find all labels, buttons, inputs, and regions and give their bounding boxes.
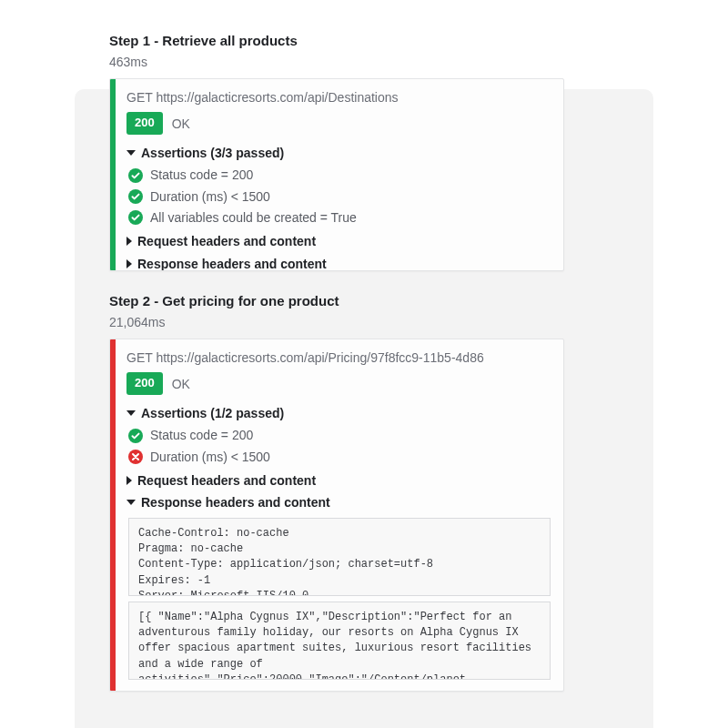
response-section-toggle[interactable]: Response headers and content xyxy=(126,493,551,511)
status-text: OK xyxy=(172,375,190,393)
chevron-down-icon xyxy=(126,500,136,505)
step2-title: Step 2 - Get pricing for one product xyxy=(109,291,339,311)
assertion-item: Duration (ms) < 1500 xyxy=(128,187,551,206)
status-text: OK xyxy=(172,115,190,133)
request-section-toggle[interactable]: Request headers and content xyxy=(126,471,551,490)
check-circle-icon xyxy=(128,429,143,443)
status-stripe-pass xyxy=(110,79,116,270)
request-section-toggle[interactable]: Request headers and content xyxy=(126,232,551,250)
check-circle-icon xyxy=(128,168,143,183)
x-circle-icon xyxy=(128,450,143,464)
step1-duration: 463ms xyxy=(109,53,147,71)
assertion-item: Status code = 200 xyxy=(128,426,551,444)
response-section-label: Response headers and content xyxy=(137,255,327,271)
chevron-right-icon xyxy=(126,237,132,246)
assertions-header: Assertions (1/2 passed) xyxy=(141,404,284,422)
step2-card: GET https://galacticresorts.com/api/Pric… xyxy=(109,339,564,692)
check-circle-icon xyxy=(128,189,143,204)
step2-duration: 21,064ms xyxy=(109,313,165,331)
assertions-list: Status code = 200Duration (ms) < 1500 xyxy=(128,426,551,466)
response-body-box[interactable]: [{ "Name":"Alpha Cygnus IX","Description… xyxy=(128,602,551,680)
assertions-header: Assertions (3/3 passed) xyxy=(141,144,284,162)
response-headers-box[interactable]: Cache-Control: no-cache Pragma: no-cache… xyxy=(128,518,551,596)
chevron-down-icon xyxy=(126,150,136,156)
request-line: GET https://galacticresorts.com/api/Dest… xyxy=(126,88,551,106)
assertion-text: Status code = 200 xyxy=(150,426,253,444)
request-section-label: Request headers and content xyxy=(137,471,316,490)
assertion-text: Duration (ms) < 1500 xyxy=(150,187,270,206)
chevron-down-icon xyxy=(126,410,136,416)
status-code-badge: 200 xyxy=(126,372,163,395)
step1-card: GET https://galacticresorts.com/api/Dest… xyxy=(109,78,564,271)
response-section-label: Response headers and content xyxy=(141,493,330,511)
request-section-label: Request headers and content xyxy=(137,232,316,250)
status-stripe-fail xyxy=(110,339,116,691)
assertion-text: All variables could be created = True xyxy=(150,208,357,227)
check-circle-icon xyxy=(128,210,143,225)
assertion-item: Status code = 200 xyxy=(128,166,551,184)
assertion-text: Status code = 200 xyxy=(150,166,253,184)
assertion-item: Duration (ms) < 1500 xyxy=(128,448,551,466)
chevron-right-icon xyxy=(126,476,132,485)
step1-title: Step 1 - Retrieve all products xyxy=(109,31,298,51)
assertion-text: Duration (ms) < 1500 xyxy=(150,448,270,466)
assertions-toggle[interactable]: Assertions (3/3 passed) xyxy=(126,144,551,162)
status-code-badge: 200 xyxy=(126,112,163,135)
assertion-item: All variables could be created = True xyxy=(128,208,551,227)
assertions-list: Status code = 200Duration (ms) < 1500All… xyxy=(128,166,551,227)
assertions-toggle[interactable]: Assertions (1/2 passed) xyxy=(126,404,551,422)
request-line: GET https://galacticresorts.com/api/Pric… xyxy=(126,349,551,367)
chevron-right-icon xyxy=(126,259,132,268)
response-section-toggle[interactable]: Response headers and content xyxy=(126,255,551,271)
